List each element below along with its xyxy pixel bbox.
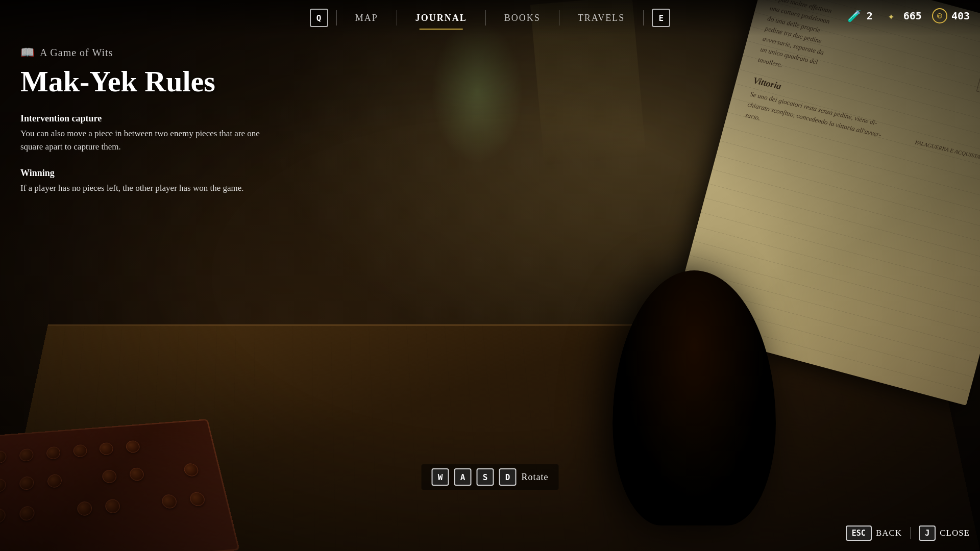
nav-item-journal[interactable]: JOURNAL <box>405 9 477 28</box>
section-text-intervention: You can also move a piece in between two… <box>20 127 265 154</box>
journal-title: Mak-Yek Rules <box>20 65 265 98</box>
key-s[interactable]: S <box>477 468 494 486</box>
game-piece <box>129 467 145 481</box>
game-piece <box>77 501 92 516</box>
section-heading-intervention: Intervention capture <box>20 113 265 124</box>
game-piece <box>189 492 206 507</box>
nav-divider-left <box>336 10 337 26</box>
game-piece <box>46 446 61 460</box>
game-piece <box>20 506 35 521</box>
journal-content: 📖 A Game of Wits Mak-Yek Rules Intervent… <box>20 46 265 210</box>
window-light <box>431 20 523 163</box>
star-count: 665 <box>903 10 922 22</box>
coin-icon: © <box>932 8 947 23</box>
journal-category-label: A Game of Wits <box>40 47 113 59</box>
game-piece <box>73 444 87 458</box>
game-piece <box>99 442 114 456</box>
nav-divider-1 <box>397 10 397 26</box>
journal-category: 📖 A Game of Wits <box>20 46 265 59</box>
game-piece <box>105 498 120 514</box>
rotate-hint: W A S D Rotate <box>422 464 559 490</box>
stat-coin: © 403 <box>932 8 970 23</box>
game-piece <box>183 463 199 477</box>
bottom-controls: ESC BACK J CLOSE <box>846 525 970 541</box>
game-piece <box>19 448 33 462</box>
close-label: CLOSE <box>940 528 970 538</box>
top-navigation: Q MAP JOURNAL BOOKS TRAVELS E <box>0 0 980 36</box>
rotate-label: Rotate <box>522 472 549 483</box>
coin-count: 403 <box>951 10 970 22</box>
star-icon: ✦ <box>883 8 899 24</box>
game-piece <box>0 478 6 492</box>
board-pieces <box>0 430 220 551</box>
close-key-badge: J <box>919 525 936 541</box>
key-w[interactable]: W <box>432 468 449 486</box>
nav-divider-2 <box>485 10 486 26</box>
control-back[interactable]: ESC BACK <box>846 525 902 541</box>
nav-key-q[interactable]: Q <box>310 9 328 27</box>
game-piece <box>47 474 62 488</box>
potion-icon: 🧪 <box>846 8 863 24</box>
game-piece <box>161 494 178 509</box>
game-piece <box>126 440 141 454</box>
section-text-winning: If a player has no pieces left, the othe… <box>20 182 265 195</box>
nav-item-travels[interactable]: TRAVELS <box>568 9 635 28</box>
nav-key-e[interactable]: E <box>652 9 670 27</box>
back-label: BACK <box>876 528 902 538</box>
potion-count: 2 <box>867 10 873 22</box>
nav-divider-right <box>643 10 644 26</box>
game-piece <box>102 469 117 484</box>
nav-items-container: Q MAP JOURNAL BOOKS TRAVELS E <box>310 9 671 28</box>
nav-item-map[interactable]: MAP <box>345 9 388 28</box>
book-icon: 📖 <box>20 46 35 59</box>
key-d[interactable]: D <box>499 468 517 486</box>
nav-divider-3 <box>559 10 559 26</box>
game-piece <box>0 508 6 523</box>
stat-potion: 🧪 2 <box>846 8 873 24</box>
stat-star: ✦ 665 <box>883 8 922 24</box>
game-piece <box>0 450 7 464</box>
hud-stats: 🧪 2 ✦ 665 © 403 <box>846 8 970 24</box>
back-key-badge: ESC <box>846 525 872 541</box>
section-heading-winning: Winning <box>20 168 265 179</box>
key-a[interactable]: A <box>454 468 472 486</box>
nav-item-books[interactable]: BOOKS <box>494 9 551 28</box>
control-separator <box>910 527 911 539</box>
game-piece <box>20 476 34 490</box>
board-game <box>0 419 240 551</box>
control-close[interactable]: J CLOSE <box>919 525 970 541</box>
